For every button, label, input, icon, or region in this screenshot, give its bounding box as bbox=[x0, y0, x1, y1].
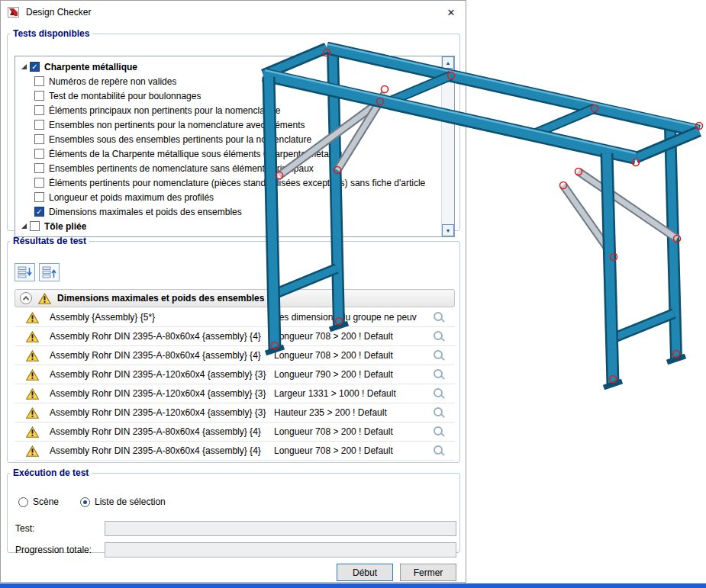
field-label: Test: bbox=[15, 523, 105, 534]
result-row[interactable]: Assembly Rohr DIN 2395-A-80x60x4 {assemb… bbox=[15, 442, 455, 461]
sort-descending-button[interactable] bbox=[15, 263, 35, 281]
scroll-up-button[interactable]: ▲ bbox=[442, 56, 454, 69]
test-item-row[interactable]: Ensembles pertinents de nomenclature san… bbox=[15, 161, 440, 175]
test-item-label: Éléments principaux non pertinents pour … bbox=[49, 105, 281, 116]
warning-icon bbox=[26, 331, 39, 342]
warning-icon bbox=[26, 388, 39, 400]
test-item-label: Ensembles sous des ensembles pertinents … bbox=[49, 134, 311, 145]
result-name: Assembly Rohr DIN 2395-A-80x60x4 {assemb… bbox=[50, 331, 274, 342]
result-name: Assembly {Assembly} {5*} bbox=[50, 312, 274, 323]
sort-ascending-button[interactable] bbox=[39, 263, 60, 281]
radio-icon bbox=[18, 497, 28, 507]
magnifier-icon[interactable] bbox=[433, 368, 445, 381]
magnifier-icon[interactable] bbox=[433, 426, 445, 438]
execution-group-title: Exécution de test bbox=[10, 468, 92, 478]
field-row: Progression totale: bbox=[15, 539, 456, 561]
test-item-row[interactable]: ✓Charpente métallique bbox=[15, 59, 440, 74]
field-row: Test: bbox=[15, 518, 456, 539]
test-checkbox[interactable] bbox=[34, 192, 44, 202]
test-checkbox[interactable]: ✓ bbox=[34, 207, 44, 217]
result-warning bbox=[15, 426, 50, 438]
scroll-down-icon: ▼ bbox=[446, 228, 451, 233]
tree-expander-icon[interactable] bbox=[18, 223, 30, 229]
warning-icon bbox=[26, 350, 39, 361]
result-row[interactable]: Assembly {Assembly} {5*}Les dimensions d… bbox=[15, 308, 455, 327]
test-checkbox[interactable] bbox=[34, 91, 44, 101]
test-item-label: Ensembles non pertinents pour la nomencl… bbox=[49, 120, 305, 130]
result-name: Assembly Rohr DIN 2395-A-80x60x4 {assemb… bbox=[50, 426, 274, 437]
warning-icon bbox=[26, 426, 39, 438]
scrollbar[interactable]: ▲ ▼ bbox=[441, 56, 454, 236]
scope-radio-group: ScèneListe de sélection bbox=[18, 496, 166, 507]
result-row[interactable]: Assembly Rohr DIN 2395-A-120x60x4 {assem… bbox=[15, 403, 455, 423]
test-item-row[interactable]: Ensembles non pertinents pour la nomencl… bbox=[15, 117, 440, 132]
results-header[interactable]: Dimensions maximales et poids des ensemb… bbox=[15, 289, 455, 307]
sort-ascending-icon bbox=[42, 266, 56, 279]
magnifier-icon[interactable] bbox=[433, 311, 445, 323]
magnifier-icon[interactable] bbox=[433, 406, 445, 419]
test-checkbox[interactable] bbox=[34, 134, 44, 144]
collapse-button[interactable] bbox=[20, 292, 32, 304]
magnifier-icon[interactable] bbox=[433, 387, 445, 400]
app-icon bbox=[8, 6, 20, 18]
test-item-row[interactable]: Éléments pertinents pour nomenclature (p… bbox=[15, 175, 440, 190]
result-row[interactable]: Assembly Rohr DIN 2395-A-80x60x4 {assemb… bbox=[15, 346, 455, 365]
test-checkbox[interactable] bbox=[34, 105, 44, 115]
test-checkbox[interactable]: ✓ bbox=[30, 62, 40, 72]
result-row[interactable]: Assembly Rohr DIN 2395-A-120x60x4 {assem… bbox=[15, 365, 455, 384]
close-icon: ✕ bbox=[447, 7, 456, 18]
result-warning bbox=[15, 388, 50, 400]
result-message: Hauteur 235 > 200 ! Default bbox=[274, 407, 427, 418]
window-title: Design Checker bbox=[26, 7, 91, 18]
result-name: Assembly Rohr DIN 2395-A-80x60x4 {assemb… bbox=[50, 445, 274, 456]
results-table: Assembly {Assembly} {5*}Les dimensions d… bbox=[15, 308, 455, 461]
result-name: Assembly Rohr DIN 2395-A-120x60x4 {assem… bbox=[50, 369, 274, 380]
result-message: Largeur 1331 > 1000 ! Default bbox=[274, 388, 427, 399]
tree-expander-icon[interactable] bbox=[18, 64, 30, 69]
result-row[interactable]: Assembly Rohr DIN 2395-A-120x60x4 {assem… bbox=[15, 384, 455, 403]
test-item-row[interactable]: Éléments de la Charpente métallique sous… bbox=[15, 146, 440, 161]
titlebar-close-button[interactable]: ✕ bbox=[437, 2, 466, 24]
result-message: Longueur 790 > 200 ! Default bbox=[274, 369, 427, 380]
magnifier-icon[interactable] bbox=[433, 445, 445, 457]
test-item-row[interactable]: Test de montabilité pour boulonnages bbox=[15, 88, 440, 103]
radio-option[interactable]: Liste de sélection bbox=[80, 496, 166, 507]
results-groupbox: Résultats de test bbox=[7, 236, 460, 463]
field-input bbox=[105, 521, 456, 536]
result-row[interactable]: Assembly Rohr DIN 2395-A-80x60x4 {assemb… bbox=[15, 423, 455, 442]
test-item-label: Éléments de la Charpente métallique sous… bbox=[49, 149, 350, 159]
test-item-label: Numéros de repère non valides bbox=[49, 76, 176, 87]
radio-option[interactable]: Scène bbox=[18, 496, 59, 507]
test-item-row[interactable]: Ensembles sous des ensembles pertinents … bbox=[15, 132, 440, 146]
test-checkbox[interactable] bbox=[34, 76, 44, 86]
result-warning bbox=[15, 445, 50, 457]
test-checkbox[interactable] bbox=[34, 178, 44, 188]
test-item-label: Charpente métallique bbox=[44, 62, 137, 72]
warning-icon bbox=[26, 369, 39, 381]
tests-tree[interactable]: ▲ ▼ ✓Charpente métalliqueNuméros de repè… bbox=[15, 56, 455, 237]
titlebar[interactable]: Design Checker ✕ bbox=[1, 1, 466, 24]
scroll-up-icon: ▲ bbox=[446, 60, 451, 66]
test-item-row[interactable]: Numéros de repère non valides bbox=[15, 74, 440, 88]
result-warning bbox=[15, 312, 50, 323]
start-button[interactable]: Début bbox=[337, 564, 393, 581]
test-checkbox[interactable] bbox=[30, 221, 40, 231]
magnifier-icon[interactable] bbox=[433, 330, 445, 342]
test-item-row[interactable]: Tôle pliée bbox=[15, 219, 440, 233]
test-checkbox[interactable] bbox=[34, 163, 44, 173]
field-input bbox=[105, 542, 456, 557]
result-name: Assembly Rohr DIN 2395-A-120x60x4 {assem… bbox=[50, 388, 274, 399]
test-item-row[interactable]: Longueur et poids maximum des profilés bbox=[15, 190, 440, 204]
result-name: Assembly Rohr DIN 2395-A-80x60x4 {assemb… bbox=[50, 350, 274, 361]
design-checker-dialog: Design Checker ✕ Tests disponibles ▲ ▼ ✓… bbox=[0, 0, 466, 583]
test-checkbox[interactable] bbox=[34, 149, 44, 159]
scroll-down-button[interactable]: ▼ bbox=[442, 224, 454, 236]
test-item-row[interactable]: ✓Dimensions maximales et poids des ensem… bbox=[15, 204, 440, 219]
test-item-label: Dimensions maximales et poids des ensemb… bbox=[49, 207, 242, 217]
close-button[interactable]: Fermer bbox=[400, 564, 456, 581]
test-checkbox[interactable] bbox=[34, 120, 44, 130]
test-item-row[interactable]: Éléments principaux non pertinents pour … bbox=[15, 103, 440, 117]
magnifier-icon[interactable] bbox=[433, 349, 445, 361]
result-row[interactable]: Assembly Rohr DIN 2395-A-80x60x4 {assemb… bbox=[15, 327, 455, 346]
execution-groupbox: Exécution de test ScèneListe de sélectio… bbox=[7, 468, 460, 553]
